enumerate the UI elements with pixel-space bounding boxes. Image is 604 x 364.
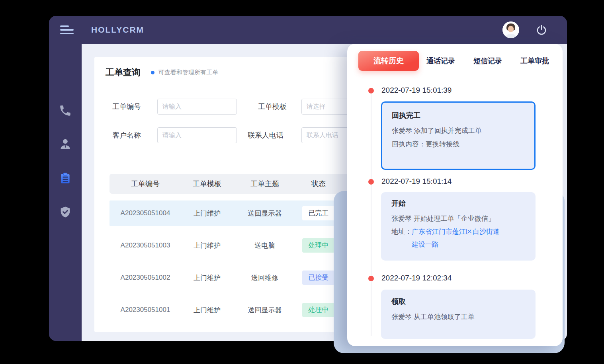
filter-customer: 客户名称 xyxy=(112,127,237,143)
timeline-line xyxy=(371,92,371,336)
status-badge: 处理中 xyxy=(302,303,335,317)
page-title: 工单查询 xyxy=(106,66,141,78)
clipboard-icon xyxy=(59,171,72,185)
brand-logo: HOLLYCRM xyxy=(91,25,144,35)
timeline-card-started[interactable]: 开始 张爱琴 开始处理工单「企业微信」 地址： 广东省江门市蓬江区白沙街道建设一… xyxy=(381,192,536,261)
person-icon xyxy=(59,137,72,151)
filter-template-label: 工单模板 xyxy=(258,102,301,111)
timeline-dot xyxy=(368,276,374,281)
filter-contact-phone-label: 联系人电话 xyxy=(248,130,301,140)
tab-sms-records[interactable]: 短信记录 xyxy=(473,56,502,66)
tab-call-records[interactable]: 通话记录 xyxy=(426,56,455,66)
filter-customer-label: 客户名称 xyxy=(112,130,157,140)
timeline-card-text: 张爱琴 添加了回执并完成工单 xyxy=(392,124,525,138)
history-panel: 流转历史 通话记录 短信记录 工单审批 2022-07-19 15:01:39 … xyxy=(347,44,563,346)
filter-customer-input[interactable] xyxy=(157,127,237,143)
filter-order-id: 工单编号 xyxy=(112,99,237,115)
timeline-dot xyxy=(368,179,374,185)
filter-order-id-input[interactable] xyxy=(157,99,237,115)
subtitle-dot xyxy=(151,71,154,74)
tab-flow-history[interactable]: 流转历史 xyxy=(358,51,419,71)
timeline-dot xyxy=(368,88,374,93)
sidebar-item-security[interactable] xyxy=(59,205,72,219)
shield-check-icon xyxy=(59,205,72,219)
col-header-subject: 工单主题 xyxy=(233,179,297,189)
address-label: 地址： xyxy=(391,226,412,238)
sidebar-item-customers[interactable] xyxy=(59,137,72,151)
filter-order-id-label: 工单编号 xyxy=(112,102,157,111)
timeline-card-text: 张爱琴 从工单池领取了工单 xyxy=(391,310,525,324)
timeline-timestamp: 2022-07-19 12:02:34 xyxy=(381,274,452,282)
col-header-template: 工单模板 xyxy=(181,179,233,189)
status-badge: 已完工 xyxy=(302,206,335,220)
sidebar-item-workorders[interactable] xyxy=(59,171,72,185)
tabs-divider xyxy=(362,75,555,75)
col-header-order-id: 工单编号 xyxy=(109,179,181,189)
menu-icon[interactable] xyxy=(60,25,74,34)
sidebar-nav xyxy=(49,44,82,341)
panel-tabs: 流转历史 通话记录 短信记录 工单审批 xyxy=(358,51,556,71)
timeline-timestamp: 2022-07-19 15:01:39 xyxy=(381,86,452,95)
tab-approval[interactable]: 工单审批 xyxy=(520,56,549,66)
address-link[interactable]: 广东省江门市蓬江区白沙街道建设一路 xyxy=(412,226,504,251)
screenshot-stage: HOLLYCRM xyxy=(0,0,604,364)
page-subtitle: 可查看和管理所有工单 xyxy=(158,69,218,76)
user-avatar[interactable] xyxy=(502,21,519,38)
timeline-card-address: 地址： 广东省江门市蓬江区白沙街道建设一路 xyxy=(391,226,525,251)
top-bar: HOLLYCRM xyxy=(49,16,567,44)
avatar-image xyxy=(502,21,519,38)
timeline-card-text: 回执内容：更换转接线 xyxy=(392,138,525,151)
sidebar-item-calls[interactable] xyxy=(59,104,72,117)
status-badge: 处理中 xyxy=(302,238,335,253)
col-header-status: 状态 xyxy=(297,179,340,189)
phone-icon xyxy=(59,104,72,117)
page-header: 工单查询 可查看和管理所有工单 xyxy=(106,66,218,78)
timeline-card-title: 开始 xyxy=(391,199,525,208)
timeline-card-title: 回执完工 xyxy=(392,111,525,120)
power-icon[interactable] xyxy=(536,24,547,35)
timeline-timestamp: 2022-07-19 15:01:14 xyxy=(381,177,452,186)
timeline-card-claimed[interactable]: 领取 张爱琴 从工单池领取了工单 xyxy=(381,290,536,339)
timeline-card-completed[interactable]: 回执完工 张爱琴 添加了回执并完成工单 回执内容：更换转接线 xyxy=(381,101,536,170)
timeline-card-text: 张爱琴 开始处理工单「企业微信」 xyxy=(391,212,525,226)
status-badge: 已接受 xyxy=(302,271,335,285)
timeline-card-title: 领取 xyxy=(391,297,525,306)
